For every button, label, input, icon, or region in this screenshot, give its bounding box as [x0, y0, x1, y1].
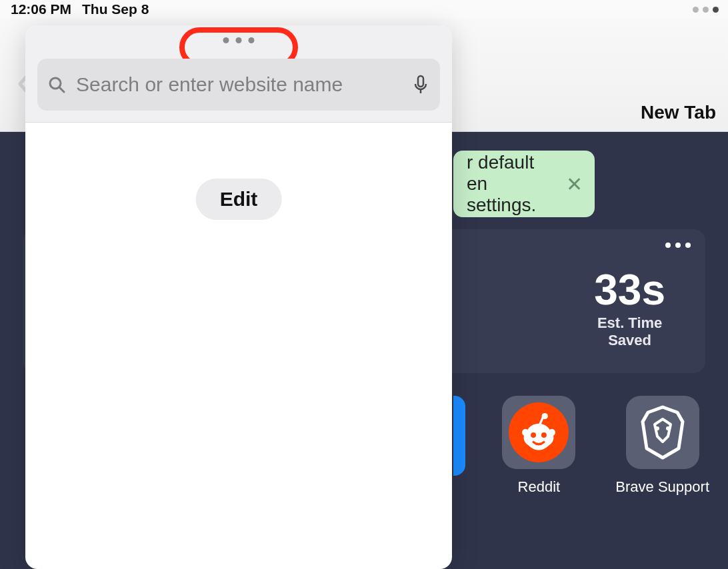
svg-point-2	[531, 432, 536, 438]
multitasking-dots[interactable]	[693, 7, 719, 13]
favorite-reddit-tile[interactable]	[502, 396, 575, 469]
tab-title: New Tab	[641, 102, 716, 123]
brave-icon	[639, 404, 687, 460]
svg-rect-12	[418, 76, 423, 87]
tabs-popover: Edit	[25, 25, 452, 569]
search-input[interactable]	[76, 73, 401, 96]
stat-time-saved: 33s Est. Time Saved	[594, 265, 665, 349]
popover-menu-icon[interactable]	[223, 37, 255, 43]
svg-point-8	[655, 426, 659, 430]
status-time: 12:06 PM	[11, 1, 71, 17]
favorite-reddit[interactable]: Reddit	[502, 396, 575, 496]
favorite-brave-tile[interactable]	[626, 396, 699, 469]
favorite-brave-support[interactable]: Brave Support	[615, 396, 709, 496]
favorite-brave-label: Brave Support	[615, 478, 709, 496]
close-icon[interactable]: ✕	[566, 173, 583, 196]
svg-point-7	[549, 429, 556, 436]
more-icon[interactable]	[665, 243, 691, 248]
stat-value: 33s	[594, 265, 665, 314]
svg-line-11	[59, 87, 64, 92]
popover-header	[25, 25, 452, 123]
svg-point-5	[542, 413, 548, 419]
favorite-reddit-label: Reddit	[518, 478, 561, 496]
reddit-icon	[509, 402, 569, 462]
stat-label: Est. Time Saved	[594, 314, 665, 349]
search-icon	[47, 75, 67, 95]
svg-point-9	[666, 426, 670, 430]
banner-text: r default en settings.	[467, 152, 559, 216]
status-date: Thu Sep 8	[82, 1, 149, 17]
svg-point-6	[522, 429, 529, 436]
status-bar: 12:06 PM Thu Sep 8	[0, 0, 728, 19]
mic-icon[interactable]	[411, 75, 431, 95]
svg-point-3	[541, 432, 547, 438]
default-browser-banner[interactable]: r default en settings. ✕	[453, 151, 595, 217]
edit-button[interactable]: Edit	[196, 179, 282, 220]
address-search-bar[interactable]	[37, 59, 440, 111]
